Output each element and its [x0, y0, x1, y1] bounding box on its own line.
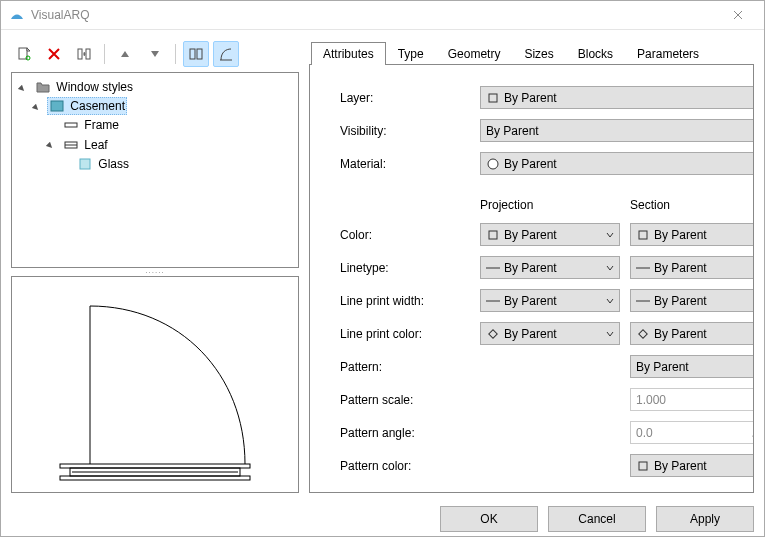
- select-value: By Parent: [504, 157, 557, 171]
- left-column: Window styles Casement: [11, 40, 299, 493]
- label-patterncolor: Pattern color:: [340, 453, 470, 479]
- toolbar-separator: [175, 44, 176, 64]
- label-linetype: Linetype:: [340, 255, 470, 281]
- line-swatch-icon: [486, 261, 500, 275]
- dialog-body: Window styles Casement: [1, 30, 764, 537]
- svg-rect-15: [489, 94, 497, 102]
- lineprintwidth-section-select[interactable]: By Parent: [630, 289, 754, 312]
- select-value: By Parent: [654, 228, 707, 242]
- svg-rect-6: [51, 101, 63, 111]
- chevron-down-icon: [605, 230, 615, 240]
- svg-rect-10: [80, 159, 90, 169]
- move-down-button[interactable]: [142, 41, 168, 67]
- close-button[interactable]: [716, 1, 760, 29]
- svg-rect-18: [639, 231, 647, 239]
- svg-rect-23: [489, 329, 497, 337]
- square-swatch-icon: [636, 228, 650, 242]
- chevron-down-icon: [605, 329, 615, 339]
- delete-item-button[interactable]: [41, 41, 67, 67]
- input-value: 1.000: [636, 393, 666, 407]
- collapse-toggle-icon[interactable]: [44, 140, 56, 152]
- header-section: Section: [630, 198, 754, 212]
- dialog-footer: OK Cancel Apply: [11, 501, 754, 537]
- attributes-top-grid: Layer: By Parent Visibility: By Parent M…: [340, 81, 739, 180]
- toolbar-separator: [104, 44, 105, 64]
- linetype-projection-select[interactable]: By Parent: [480, 256, 620, 279]
- tab-sizes[interactable]: Sizes: [512, 42, 565, 65]
- tab-attributes[interactable]: Attributes: [311, 42, 386, 65]
- pattern-select[interactable]: By Parent: [630, 355, 754, 378]
- column-headers: Projection Section: [340, 198, 739, 212]
- lineprintcolor-projection-select[interactable]: By Parent: [480, 322, 620, 345]
- main-row: Window styles Casement: [11, 40, 754, 493]
- svg-rect-3: [86, 49, 90, 59]
- linetype-section-select[interactable]: By Parent: [630, 256, 754, 279]
- svg-rect-5: [197, 49, 202, 59]
- chevron-down-icon: [605, 296, 615, 306]
- color-section-select[interactable]: By Parent: [630, 223, 754, 246]
- folder-icon: [35, 79, 51, 95]
- tree-item-frame[interactable]: Frame: [44, 115, 296, 135]
- select-value: By Parent: [654, 294, 707, 308]
- tree-item-label: Frame: [84, 118, 119, 132]
- select-value: By Parent: [504, 91, 557, 105]
- label-layer: Layer:: [340, 85, 470, 111]
- tab-parameters[interactable]: Parameters: [625, 42, 711, 65]
- tree-item-casement[interactable]: Casement Frame: [30, 96, 296, 176]
- patternscale-input[interactable]: 1.000: [630, 388, 754, 411]
- line-swatch-icon: [636, 294, 650, 308]
- move-up-button[interactable]: [112, 41, 138, 67]
- preview-drawing: [40, 294, 270, 484]
- svg-rect-7: [65, 123, 77, 127]
- lineprintcolor-section-select[interactable]: By Parent: [630, 322, 754, 345]
- titlebar: VisualARQ: [1, 1, 764, 30]
- angle-protractor-icon: [751, 426, 754, 440]
- label-lineprintcolor: Line print color:: [340, 321, 470, 347]
- diamond-swatch-icon: [486, 327, 500, 341]
- frame-icon: [63, 117, 79, 133]
- visibility-select[interactable]: By Parent: [480, 119, 754, 142]
- right-column: Attributes Type Geometry Sizes Blocks Pa…: [309, 40, 754, 493]
- tree-item-leaf[interactable]: Leaf: [44, 135, 296, 175]
- lineprintwidth-projection-select[interactable]: By Parent: [480, 289, 620, 312]
- header-projection: Projection: [480, 198, 620, 212]
- label-pattern: Pattern:: [340, 354, 470, 380]
- select-value: By Parent: [504, 261, 557, 275]
- glass-icon: [77, 156, 93, 172]
- left-toolbar: [11, 40, 299, 68]
- reorder-button[interactable]: [71, 41, 97, 67]
- tree-item-label: Casement: [70, 99, 125, 113]
- window-style-icon: [49, 98, 65, 114]
- patterncolor-select[interactable]: By Parent: [630, 454, 754, 477]
- label-patternangle: Pattern angle:: [340, 420, 470, 446]
- svg-rect-2: [78, 49, 82, 59]
- tree-item-root[interactable]: Window styles Casement: [16, 77, 296, 177]
- tree-item-label: Window styles: [56, 80, 133, 94]
- preview-panel: [11, 276, 299, 493]
- splitter-handle[interactable]: ······: [11, 268, 299, 276]
- material-swatch-icon: [486, 157, 500, 171]
- layer-select[interactable]: By Parent: [480, 86, 754, 109]
- style-tree[interactable]: Window styles Casement: [11, 72, 299, 268]
- svg-rect-4: [190, 49, 195, 59]
- leaf-icon: [63, 137, 79, 153]
- tree-item-glass[interactable]: Glass: [58, 154, 296, 174]
- cancel-button[interactable]: Cancel: [548, 506, 646, 532]
- label-material: Material:: [340, 151, 470, 177]
- tab-content-attributes: Layer: By Parent Visibility: By Parent M…: [309, 64, 754, 493]
- plan-view-button[interactable]: [183, 41, 209, 67]
- input-value: 0.0: [636, 426, 653, 440]
- collapse-toggle-icon[interactable]: [16, 83, 28, 95]
- collapse-toggle-icon[interactable]: [30, 102, 42, 114]
- tab-blocks[interactable]: Blocks: [566, 42, 625, 65]
- color-projection-select[interactable]: By Parent: [480, 223, 620, 246]
- ok-button[interactable]: OK: [440, 506, 538, 532]
- tab-geometry[interactable]: Geometry: [436, 42, 513, 65]
- apply-button[interactable]: Apply: [656, 506, 754, 532]
- chevron-down-icon: [605, 263, 615, 273]
- new-item-button[interactable]: [11, 41, 37, 67]
- patternangle-input[interactable]: 0.0: [630, 421, 754, 444]
- material-select[interactable]: By Parent: [480, 152, 754, 175]
- tab-type[interactable]: Type: [386, 42, 436, 65]
- elevation-view-button[interactable]: [213, 41, 239, 67]
